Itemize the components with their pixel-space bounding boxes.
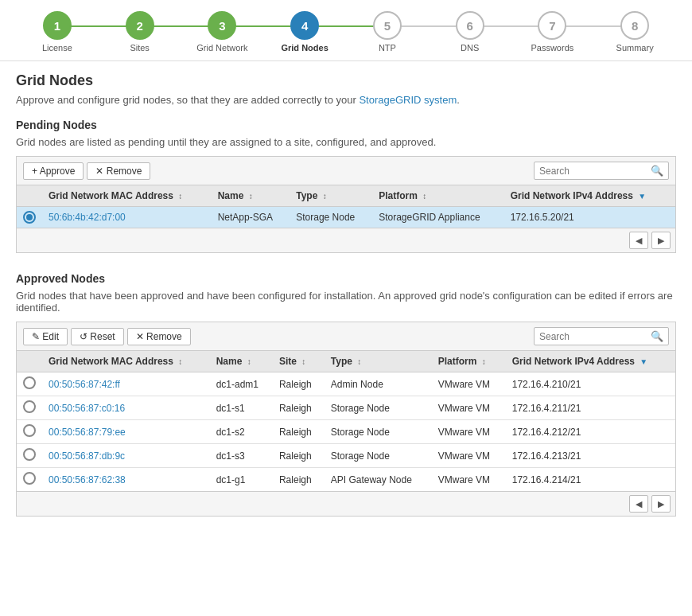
step-label-6: DNS [461,43,479,53]
approved-col-platform[interactable]: Platform ↕ [432,351,506,372]
approved-col-mac[interactable]: Grid Network MAC Address ↕ [42,351,210,372]
pending-search-button[interactable]: 🔍 [646,162,668,179]
approved-search-button[interactable]: 🔍 [646,328,668,345]
step-circle-3: 3 [208,11,236,40]
step-label-2: Sites [130,43,149,53]
approved-table-header: Grid Network MAC Address ↕ Name ↕ Site ↕… [17,351,675,372]
pending-table-header: Grid Network MAC Address ↕ Name ↕ Type ↕… [17,185,675,207]
approved-search-input[interactable] [535,329,646,345]
approved-site-sort-icon: ↕ [301,357,305,366]
step-ntp[interactable]: 5NTP [346,11,429,53]
step-circle-2: 2 [126,11,154,40]
row-radio[interactable] [23,376,36,389]
table-row[interactable]: 00:50:56:87:db:9cdc1-s3RaleighStorage No… [17,444,675,468]
step-circle-4: 4 [290,11,319,40]
step-circle-5: 5 [373,11,402,40]
pending-col-name[interactable]: Name ↕ [212,185,290,207]
approved-platform-sort-icon: ↕ [482,357,486,366]
approve-button[interactable]: + Approve [23,162,84,180]
approved-col-select [17,351,42,372]
row-radio[interactable] [23,211,36,224]
pending-remove-button[interactable]: ✕ Remove [87,162,150,180]
approved-col-ip[interactable]: Grid Network IPv4 Address ▼ [506,351,675,372]
row-radio[interactable] [23,448,36,461]
approved-toolbar: ✎ Edit ↺ Reset ✕ Remove 🔍 [17,322,675,351]
approved-remove-button[interactable]: ✕ Remove [127,328,191,345]
step-sites[interactable]: 2Sites [99,11,181,53]
pending-search-input[interactable] [535,163,646,179]
approved-pagination: ◀ ▶ [17,491,675,516]
approved-col-type[interactable]: Type ↕ [325,351,432,372]
approved-nodes-table-container: ✎ Edit ↺ Reset ✕ Remove 🔍 Grid Network M… [16,322,676,517]
pending-col-ip[interactable]: Grid Network IPv4 Address ▼ [504,185,675,207]
mac-sort-icon: ↕ [178,192,182,201]
approved-mac-sort-icon: ↕ [178,357,182,366]
ip-sort-icon: ▼ [638,192,646,201]
step-dns[interactable]: 6DNS [429,11,511,53]
approved-next-btn[interactable]: ▶ [651,495,671,513]
pending-table-body: 50:6b:4b:42:d7:00NetApp-SGAStorage NodeS… [17,207,675,228]
step-label-8: Summary [616,43,654,53]
table-row[interactable]: 50:6b:4b:42:d7:00NetApp-SGAStorage NodeS… [17,207,675,228]
approved-nodes-title: Approved Nodes [16,272,676,285]
pending-toolbar: + Approve ✕ Remove 🔍 [17,157,675,185]
stepper: 1License2Sites3Grid Network4Grid Nodes5N… [0,0,692,61]
step-summary[interactable]: 8Summary [593,11,676,53]
pending-col-select [17,185,42,207]
pending-col-mac[interactable]: Grid Network MAC Address ↕ [42,185,212,207]
pending-pagination: ◀ ▶ [17,228,675,252]
page-description: Approve and configure grid nodes, so tha… [16,94,676,106]
pending-col-type[interactable]: Type ↕ [290,185,372,207]
row-radio[interactable] [23,400,36,413]
main-content: Grid Nodes Approve and configure grid no… [0,61,692,547]
pending-nodes-title: Pending Nodes [16,119,676,131]
row-radio[interactable] [23,472,36,485]
approved-search-box: 🔍 [534,327,669,345]
approved-ip-sort-icon: ▼ [640,357,647,366]
step-grid-network[interactable]: 3Grid Network [181,11,264,53]
table-row[interactable]: 00:50:56:87:c0:16dc1-s1RaleighStorage No… [17,396,675,420]
approved-prev-btn[interactable]: ◀ [629,495,648,513]
type-sort-icon: ↕ [323,192,327,201]
page-title: Grid Nodes [16,72,676,89]
step-label-3: Grid Network [196,43,247,53]
platform-sort-icon: ↕ [422,192,426,201]
step-circle-8: 8 [620,11,649,40]
edit-button[interactable]: ✎ Edit [23,328,68,345]
step-label-1: License [42,43,72,53]
step-label-7: Passwords [531,43,573,53]
pending-prev-btn[interactable]: ◀ [629,232,648,249]
table-row[interactable]: 00:50:56:87:62:38dc1-g1RaleighAPI Gatewa… [17,468,675,492]
pending-search-box: 🔍 [534,162,669,180]
approved-table-body: 00:50:56:87:42:ffdc1-adm1RaleighAdmin No… [17,372,675,492]
approved-type-sort-icon: ↕ [357,357,361,366]
row-radio[interactable] [23,424,36,437]
step-circle-1: 1 [43,11,72,40]
pending-next-btn[interactable]: ▶ [651,232,671,249]
table-row[interactable]: 00:50:56:87:42:ffdc1-adm1RaleighAdmin No… [17,372,675,396]
pending-col-platform[interactable]: Platform ↕ [372,185,504,207]
step-circle-7: 7 [538,11,566,40]
approved-nodes-desc: Grid nodes that have been approved and h… [16,290,676,314]
name-sort-icon: ↕ [249,192,253,201]
step-label-4: Grid Nodes [281,43,328,53]
pending-nodes-desc: Grid nodes are listed as pending until t… [16,136,676,148]
step-passwords[interactable]: 7Passwords [511,11,594,53]
approved-col-name[interactable]: Name ↕ [210,351,273,372]
step-label-5: NTP [379,43,396,53]
pending-nodes-table: Grid Network MAC Address ↕ Name ↕ Type ↕… [17,185,675,228]
storagegrid-link[interactable]: StorageGRID system [359,94,457,106]
pending-nodes-table-container: + Approve ✕ Remove 🔍 Grid Network MAC Ad… [16,156,676,253]
step-license[interactable]: 1License [16,11,99,53]
step-grid-nodes[interactable]: 4Grid Nodes [263,11,346,53]
approved-name-sort-icon: ↕ [247,357,251,366]
approved-nodes-table: Grid Network MAC Address ↕ Name ↕ Site ↕… [17,351,675,491]
step-circle-6: 6 [456,11,484,40]
approved-col-site[interactable]: Site ↕ [273,351,325,372]
table-row[interactable]: 00:50:56:87:79:eedc1-s2RaleighStorage No… [17,420,675,444]
reset-button[interactable]: ↺ Reset [71,328,124,345]
